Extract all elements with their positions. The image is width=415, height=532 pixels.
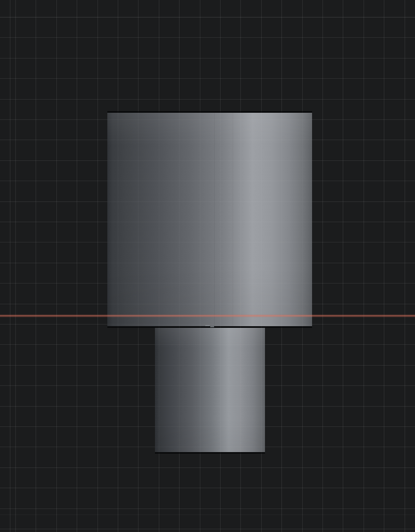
cylinder-large[interactable] [107,111,312,328]
origin-marker [210,326,214,327]
grid-major-line [0,514,415,515]
grid-major-line [0,17,415,18]
origin-marker [205,325,210,326]
cylinder-small[interactable] [155,328,265,454]
cylinder-top-edge [107,111,312,113]
cylinder-bottom-edge [155,452,265,454]
3d-viewport[interactable] [0,0,415,532]
